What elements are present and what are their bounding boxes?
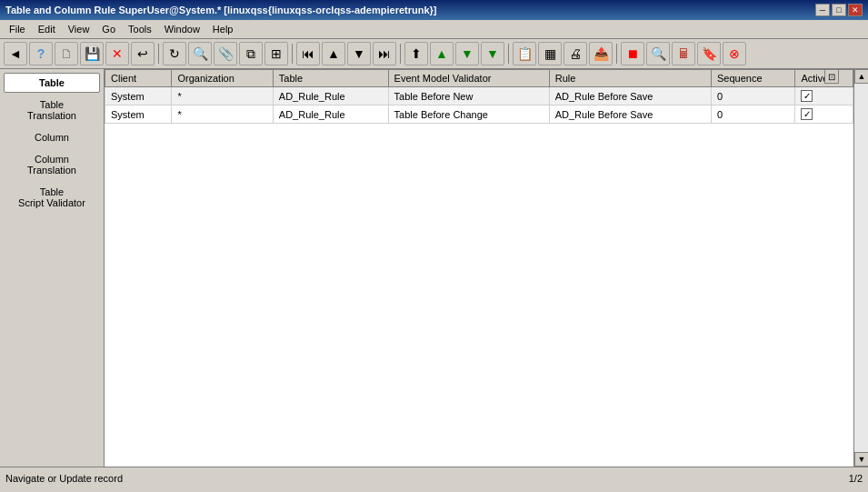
toolbar: ◄ ? 🗋 💾 ✕ ↩ ↻ 🔍 📎 ⧉ ⊞ ⏮ ▲ ▼ ⏭ ⬆ ▲ ▼ ▼ 📋 … xyxy=(0,39,868,69)
new-button[interactable]: 🗋 xyxy=(55,42,78,65)
cell-active: ✓ xyxy=(795,105,853,124)
cell-client: System xyxy=(105,105,172,124)
nav-first-button[interactable]: ⏮ xyxy=(296,42,320,65)
sidebar: Table TableTranslation Column ColumnTran… xyxy=(0,69,105,467)
stop-button[interactable]: ⏹ xyxy=(621,42,644,65)
minimize-button[interactable]: ─ xyxy=(815,4,830,16)
nav-last-button[interactable]: ⏭ xyxy=(373,42,396,65)
status-position: 1/2 xyxy=(849,473,863,484)
undo-button[interactable]: ↩ xyxy=(131,42,155,65)
find-button[interactable]: 🔍 xyxy=(188,42,212,65)
back-button[interactable]: ◄ xyxy=(4,42,27,65)
title-bar-text: Table and Column Rule SuperUser@System.*… xyxy=(5,5,436,15)
col-header-sequence: Sequence xyxy=(712,70,795,87)
grid-expand-icon[interactable]: ⊡ xyxy=(824,69,839,84)
menu-view[interactable]: View xyxy=(63,22,95,36)
up-button[interactable]: ▲ xyxy=(430,42,454,65)
close-button[interactable]: ✕ xyxy=(848,4,863,16)
title-bar: Table and Column Rule SuperUser@System.*… xyxy=(0,0,868,20)
cell-rule: AD_Rule Before Save xyxy=(549,105,711,124)
table-row[interactable]: System*AD_Rule_RuleTable Before NewAD_Ru… xyxy=(105,87,853,105)
toolbar-sep-3 xyxy=(400,44,401,64)
cell-sequence: 0 xyxy=(712,87,795,105)
cell-organization: * xyxy=(172,105,273,124)
menu-bar: File Edit View Go Tools Window Help xyxy=(0,20,868,39)
active-checkbox[interactable]: ✓ xyxy=(801,108,813,120)
cell-organization: * xyxy=(172,87,273,105)
toolbar-sep-4 xyxy=(508,44,509,64)
report-button[interactable]: 📋 xyxy=(513,42,536,65)
nav-next-button[interactable]: ▼ xyxy=(347,42,371,65)
cell-rule: AD_Rule Before Save xyxy=(549,87,711,105)
parent-button[interactable]: ⬆ xyxy=(404,42,428,65)
col-header-organization: Organization xyxy=(172,70,273,87)
bookmark-button[interactable]: 🔖 xyxy=(697,42,721,65)
toolbar-sep-5 xyxy=(616,44,617,64)
cell-table: AD_Rule_Rule xyxy=(273,105,388,124)
toolbar-sep-1 xyxy=(158,44,159,64)
cell-event-model-validator: Table Before New xyxy=(388,87,549,105)
status-bar: Navigate or Update record 1/2 xyxy=(0,467,868,488)
zoom-button[interactable]: ⊞ xyxy=(264,42,288,65)
toolbar-sep-2 xyxy=(292,44,293,64)
cell-client: System xyxy=(105,87,172,105)
menu-file[interactable]: File xyxy=(4,22,31,36)
cell-active: ✓ xyxy=(795,87,853,105)
active-checkbox[interactable]: ✓ xyxy=(801,90,813,102)
table-row[interactable]: System*AD_Rule_RuleTable Before ChangeAD… xyxy=(105,105,853,124)
cell-table: AD_Rule_Rule xyxy=(273,87,388,105)
menu-edit[interactable]: Edit xyxy=(33,22,61,36)
col-header-rule: Rule xyxy=(549,70,711,87)
grid-button[interactable]: ▦ xyxy=(538,42,562,65)
col-header-client: Client xyxy=(105,70,172,87)
cell-event-model-validator: Table Before Change xyxy=(388,105,549,124)
print-button[interactable]: 🖨 xyxy=(564,42,587,65)
col-header-table: Table xyxy=(273,70,388,87)
col-header-event-model-validator: Event Model Validator xyxy=(388,70,549,87)
calc-button[interactable]: 🖩 xyxy=(672,42,695,65)
down-button[interactable]: ▼ xyxy=(455,42,479,65)
maximize-button[interactable]: □ xyxy=(832,4,846,16)
sidebar-item-column[interactable]: Column xyxy=(4,127,100,147)
grid-area: ⊡ Client Organization Table Event Model … xyxy=(105,69,853,467)
sidebar-item-table[interactable]: Table xyxy=(4,73,100,93)
menu-help[interactable]: Help xyxy=(207,22,239,36)
sidebar-item-table-translation[interactable]: TableTranslation xyxy=(4,95,100,126)
nav-prev-button[interactable]: ▲ xyxy=(322,42,345,65)
cancel-button[interactable]: ⊗ xyxy=(723,42,746,65)
menu-go[interactable]: Go xyxy=(96,22,121,36)
sidebar-item-column-translation[interactable]: ColumnTranslation xyxy=(4,149,100,180)
help-button[interactable]: ? xyxy=(29,42,53,65)
data-table: Client Organization Table Event Model Va… xyxy=(105,69,853,124)
cell-sequence: 0 xyxy=(712,105,795,124)
refresh-button[interactable]: ↻ xyxy=(163,42,186,65)
menu-window[interactable]: Window xyxy=(159,22,205,36)
vertical-scrollbar: ▲ ▼ xyxy=(853,69,868,467)
title-bar-buttons: ─ □ ✕ xyxy=(815,4,863,16)
status-message: Navigate or Update record xyxy=(5,473,123,484)
detail-button[interactable]: ▼ xyxy=(481,42,504,65)
copy-button[interactable]: ⧉ xyxy=(239,42,263,65)
scroll-track xyxy=(854,84,868,452)
search2-button[interactable]: 🔍 xyxy=(646,42,670,65)
attachment-button[interactable]: 📎 xyxy=(214,42,237,65)
menu-tools[interactable]: Tools xyxy=(123,22,157,36)
scroll-down-button[interactable]: ▼ xyxy=(854,452,868,467)
scroll-up-button[interactable]: ▲ xyxy=(854,69,868,84)
save-button[interactable]: 💾 xyxy=(80,42,104,65)
main-content: Table TableTranslation Column ColumnTran… xyxy=(0,69,868,467)
sidebar-item-table-script-validator[interactable]: TableScript Validator xyxy=(4,182,100,213)
export-button[interactable]: 📤 xyxy=(589,42,613,65)
delete-button[interactable]: ✕ xyxy=(105,42,129,65)
